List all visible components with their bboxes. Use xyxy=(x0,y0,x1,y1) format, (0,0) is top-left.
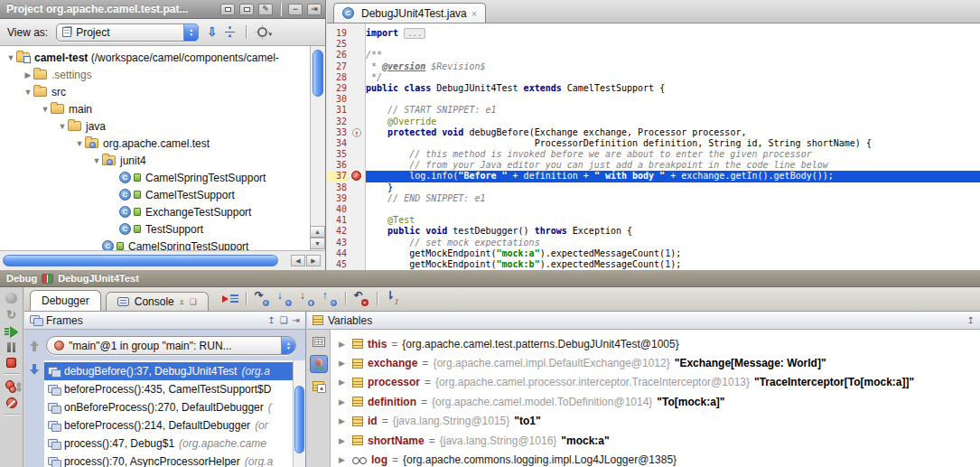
settings-gear-icon[interactable] xyxy=(257,27,267,37)
code-line[interactable]: 32 @Override xyxy=(327,117,980,127)
code-line[interactable]: 26/** xyxy=(327,50,980,61)
tree-expander-icon[interactable]: ▼ xyxy=(74,139,85,148)
frame-row[interactable]: onBeforeProcess():270, DefaultDebugger ( xyxy=(44,398,293,416)
code-line[interactable]: 41 @Test xyxy=(327,215,980,226)
tree-item[interactable]: CCamelSpringTestSupport xyxy=(0,238,310,250)
dock-right-icon[interactable]: ⇥ xyxy=(293,315,300,325)
close-tab-icon[interactable]: × xyxy=(471,8,477,19)
scroll-thumb[interactable] xyxy=(3,255,278,266)
code-line[interactable]: 31 // START SNIPPET: e1 xyxy=(327,105,980,116)
tree-expander-icon[interactable]: ▼ xyxy=(23,88,33,97)
code-line[interactable]: 33↑ protected void debugBefore(Exchange … xyxy=(327,127,980,138)
tree-item[interactable]: ▼camel-test (/workspace/camel/components… xyxy=(0,49,310,66)
editor-code[interactable]: 19import ...2526/**27 * @version $Revisi… xyxy=(327,23,980,270)
rerun-button[interactable]: ↻ xyxy=(6,309,16,321)
pause-button[interactable] xyxy=(7,342,15,352)
force-step-into-button[interactable]: ↓! xyxy=(297,290,317,308)
code-line[interactable]: 19import ... xyxy=(327,28,980,39)
previous-frame-button[interactable] xyxy=(30,341,40,352)
code-line[interactable]: 42 public void testDebugger() throws Exc… xyxy=(327,226,980,237)
scroll-thumb[interactable] xyxy=(313,50,323,97)
code-line[interactable]: 27 * @version $Revision$ xyxy=(327,61,980,72)
scroll-up-button[interactable]: ▲ xyxy=(310,226,325,238)
editor-tab[interactable]: C DebugJUnit4Test.java × xyxy=(333,3,486,23)
dock-icon[interactable]: ⇥ xyxy=(307,4,322,15)
step-out-button[interactable]: ↑ xyxy=(320,290,340,308)
code-line[interactable]: 25 xyxy=(327,39,980,50)
code-line[interactable]: 35 // this method is invoked before we a… xyxy=(327,149,980,160)
scroll-thumb[interactable] xyxy=(294,386,304,453)
tree-item[interactable]: ▼org.apache.camel.test xyxy=(0,135,310,152)
tree-expander-icon[interactable]: ▼ xyxy=(40,105,51,114)
code-line[interactable]: 43 // set mock expectations xyxy=(327,238,980,248)
code-line[interactable]: 28 */ xyxy=(327,72,980,83)
frame-row[interactable]: beforeProcess():214, DefaultDebugger (or xyxy=(44,416,293,434)
tree-item[interactable]: CTestSupport xyxy=(0,220,310,238)
expand-triangle-icon[interactable]: ▶ xyxy=(339,397,348,406)
code-line[interactable]: 45 getMockEndpoint("mock:b").expectedMes… xyxy=(327,259,980,270)
code-line[interactable]: 40 xyxy=(327,204,980,215)
variable-row[interactable]: ▶id = {java.lang.String@1015}"to1" xyxy=(331,412,980,431)
tree-item[interactable]: CCamelSpringTestSupport xyxy=(0,169,310,186)
project-titlebar[interactable]: Project org.apache.camel.test.pat... ✎ –… xyxy=(0,0,325,19)
expand-triangle-icon[interactable]: ▶ xyxy=(339,359,348,368)
expand-triangle-icon[interactable]: ▶ xyxy=(339,340,348,349)
override-method-icon[interactable]: ↑ xyxy=(352,128,361,137)
tree-expander-icon[interactable]: ▼ xyxy=(57,122,68,131)
variable-row[interactable]: ▶definition = {org.apache.camel.model.To… xyxy=(331,392,980,411)
tree-item[interactable]: ▼junit4 xyxy=(0,152,310,169)
cascade-windows-icon[interactable] xyxy=(220,4,235,15)
run-to-cursor-button[interactable]: ⇂I xyxy=(383,290,403,308)
code-line[interactable]: 44 getMockEndpoint("mock:a").expectedMes… xyxy=(327,248,980,259)
variable-row[interactable]: ▶processor = {org.apache.camel.processor… xyxy=(331,373,980,392)
tree-item[interactable]: CCamelTestSupport xyxy=(0,186,310,203)
expand-triangle-icon[interactable]: ▶ xyxy=(339,416,348,425)
scroll-left-button[interactable]: ◀ xyxy=(291,255,305,266)
step-over-button[interactable]: ↷ xyxy=(252,290,272,308)
frame-row[interactable]: process():70, AsyncProcessorHelper (org.… xyxy=(44,453,293,467)
pin-icon[interactable]: ✎ xyxy=(258,4,273,15)
thread-dropdown[interactable]: "main"@1 in group "main": RUN... ▲▼ xyxy=(46,336,296,355)
float-window-icon[interactable]: ❏ xyxy=(280,315,288,325)
breakpoint-icon[interactable]: ✓ xyxy=(351,171,361,181)
code-line[interactable]: 29public class DebugJUnit4Test extends C… xyxy=(327,83,980,94)
code-line[interactable]: 37✓ log.info("Before " + definition + " … xyxy=(327,171,980,182)
tab-console[interactable]: Console ± ❏ xyxy=(106,292,209,311)
frames-scrollbar[interactable] xyxy=(293,360,305,467)
step-into-button[interactable]: ↓ xyxy=(275,290,294,308)
view-breakpoints-button[interactable] xyxy=(5,379,18,392)
watches-button[interactable] xyxy=(310,355,328,373)
view-as-dropdown[interactable]: Project ▲▼ xyxy=(56,23,199,42)
scroll-right-button[interactable]: ▶ xyxy=(306,255,321,266)
tree-item[interactable]: ▼java xyxy=(0,117,310,135)
auto-variables-button[interactable] xyxy=(313,381,324,391)
scroll-to-top-icon[interactable]: ↥ xyxy=(967,315,975,325)
project-vertical-scrollbar[interactable]: ▲ ▼ xyxy=(310,46,325,250)
stop-button[interactable] xyxy=(6,358,16,368)
variable-row[interactable]: ▶exchange = {org.apache.camel.impl.Defau… xyxy=(331,353,980,372)
variable-row[interactable]: ▶shortName = {java.lang.String@1016}"moc… xyxy=(331,431,980,450)
tree-expander-icon[interactable]: ▼ xyxy=(5,53,16,62)
scroll-from-source-icon[interactable]: ⇩ xyxy=(207,28,217,37)
code-line[interactable]: 30 xyxy=(327,94,980,105)
collapse-all-icon[interactable]: ▼▲ xyxy=(225,26,235,38)
tree-expander-icon[interactable]: ▼ xyxy=(91,156,102,165)
next-frame-button[interactable] xyxy=(30,363,40,375)
expand-triangle-icon[interactable]: ▶ xyxy=(339,436,348,445)
tree-item[interactable]: ▶.settings xyxy=(0,66,310,83)
tree-item[interactable]: CExchangeTestSupport xyxy=(0,203,310,220)
scroll-to-top-icon[interactable]: ↥ xyxy=(267,315,275,325)
code-line[interactable]: 38 } xyxy=(327,182,980,193)
resume-button[interactable] xyxy=(5,326,18,337)
open-in-window-icon[interactable]: ❏ xyxy=(190,297,197,306)
project-horizontal-scrollbar[interactable]: ◀ ▶ xyxy=(0,250,325,270)
frame-row[interactable]: process():47, Debug$1 (org.apache.came xyxy=(44,434,293,453)
expand-triangle-icon[interactable]: ▶ xyxy=(339,455,348,464)
tab-debugger[interactable]: Debugger xyxy=(30,290,101,311)
frame-row[interactable]: debugBefore():37, DebugJUnit4Test (org.a xyxy=(44,362,293,380)
minimize-icon[interactable]: – xyxy=(288,4,303,15)
code-line[interactable]: 34 ProcessorDefinition definition, Strin… xyxy=(327,138,980,149)
code-line[interactable]: 39 // END SNIPPET: e1 xyxy=(327,193,980,204)
show-execution-point-button[interactable] xyxy=(220,290,240,308)
evaluate-expression-button[interactable] xyxy=(313,337,325,347)
